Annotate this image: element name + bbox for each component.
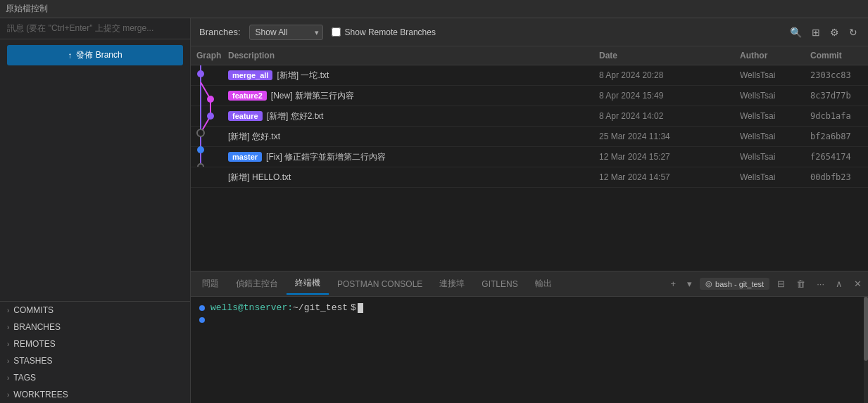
- terminal-tabs-list: 問題偵錯主控台終端機POSTMAN CONSOLE連接埠GITLENS輸出: [194, 273, 560, 295]
- commit-message-input[interactable]: 訊息 (要在 "Ctrl+Enter" 上提交 merge...: [0, 18, 190, 39]
- date-cell: 8 Apr 2024 20:28: [593, 69, 734, 82]
- terminal-dollar: $: [351, 302, 356, 313]
- sidebar-item-label: TAGS: [13, 373, 36, 383]
- tab-連接埠[interactable]: 連接埠: [431, 274, 473, 294]
- sidebar-item-label: STASHES: [13, 356, 52, 366]
- close-terminal-button[interactable]: ✕: [850, 276, 865, 291]
- publish-branch-button[interactable]: ↑ 發佈 Branch: [7, 45, 183, 65]
- sidebar-item-remotes[interactable]: ›REMOTES: [0, 335, 190, 352]
- table-row[interactable]: master[Fix] 修正錯字並新增第二行內容12 Mar 2024 15:2…: [191, 147, 868, 167]
- sidebar-item-tags[interactable]: ›TAGS: [0, 369, 190, 386]
- delete-terminal-button[interactable]: 🗑: [793, 276, 809, 291]
- sidebar-item-commits[interactable]: ›COMMITS: [0, 302, 190, 319]
- table-row[interactable]: [新增] 您好.txt25 Mar 2024 11:34WellsTsaibf2…: [191, 127, 868, 147]
- sidebar-item-label: WORKTREES: [13, 390, 68, 399]
- toolbar: Branches: Show All Local Only Remote Onl…: [191, 18, 868, 46]
- tab-終端機[interactable]: 終端機: [287, 273, 329, 295]
- sidebar-sections: ›COMMITS›BRANCHES›REMOTES›STASHES›TAGS›W…: [0, 301, 190, 403]
- sidebar-item-worktrees[interactable]: ›WORKTREES: [0, 386, 190, 403]
- commit-description: [新增] 一坨.txt: [277, 70, 329, 82]
- tab-輸出[interactable]: 輸出: [527, 274, 560, 294]
- table-row[interactable]: merge_all[新增] 一坨.txt8 Apr 2024 20:28Well…: [191, 65, 868, 86]
- description-cell: [新增] 您好.txt: [222, 129, 593, 144]
- sidebar-item-stashes[interactable]: ›STASHES: [0, 352, 190, 369]
- layout-icon[interactable]: ⊞: [810, 25, 822, 40]
- search-icon[interactable]: 🔍: [788, 25, 804, 40]
- refresh-icon[interactable]: ↻: [847, 25, 860, 40]
- terminal-body[interactable]: wells@tnserver:~/git_test$: [191, 297, 868, 403]
- chevron-icon: ›: [7, 374, 9, 382]
- commit-description: [新增] 您好2.txt: [267, 110, 324, 122]
- commit-hash-cell: bf2a6b87: [805, 130, 868, 143]
- branch-tag[interactable]: feature2: [228, 91, 267, 101]
- terminal-dot2: [199, 317, 205, 323]
- terminal-body-wrapper: wells@tnserver:~/git_test$: [191, 297, 868, 403]
- title-text: 原始檔控制: [6, 3, 48, 15]
- graph-col-header: Graph: [191, 49, 222, 62]
- terminal-next-line: [199, 317, 860, 323]
- show-remote-group: Show Remote Branches: [332, 27, 436, 37]
- sidebar-item-label: REMOTES: [13, 339, 55, 349]
- add-terminal-button[interactable]: +: [667, 276, 679, 291]
- graph-header: Graph Description Date Author Commit: [191, 46, 868, 65]
- split-terminal-button[interactable]: ⊟: [774, 276, 788, 291]
- commit-hash-cell: 00dbfb23: [805, 171, 868, 184]
- terminal-path: ~/git_test: [293, 302, 348, 313]
- author-cell: WellsTsai: [734, 89, 805, 102]
- commit-hash-cell: 9dcb1afa: [805, 110, 868, 122]
- collapse-terminal-button[interactable]: ∧: [832, 276, 846, 291]
- terminal-actions: + ▾ ◎ bash - git_test ⊟ 🗑 ··· ∧ ✕: [667, 276, 865, 291]
- terminal-prompt: wells@tnserver:~/git_test$: [199, 302, 860, 313]
- author-cell: WellsTsai: [734, 151, 805, 163]
- chevron-icon: ›: [7, 391, 9, 399]
- shell-icon: ◎: [705, 279, 712, 288]
- tab-偵錯主控台[interactable]: 偵錯主控台: [227, 274, 287, 294]
- terminal-dropdown-button[interactable]: ▾: [684, 276, 696, 291]
- publish-icon: ↑: [68, 51, 72, 60]
- chevron-icon: ›: [7, 340, 9, 348]
- terminal-user: wells@tnserver:: [210, 302, 293, 313]
- tab-postman-console[interactable]: POSTMAN CONSOLE: [329, 275, 431, 293]
- branch-tag[interactable]: feature: [228, 111, 263, 121]
- branch-select[interactable]: Show All Local Only Remote Only: [249, 25, 323, 40]
- terminal-section: 問題偵錯主控台終端機POSTMAN CONSOLE連接埠GITLENS輸出 + …: [191, 271, 868, 403]
- commit-hash-cell: 2303cc83: [805, 69, 868, 82]
- description-cell: feature[新增] 您好2.txt: [222, 109, 593, 124]
- chevron-icon: ›: [7, 357, 9, 365]
- chevron-icon: ›: [7, 324, 9, 331]
- shell-label: bash - git_test: [715, 280, 764, 288]
- date-cell: 25 Mar 2024 11:34: [593, 130, 734, 143]
- settings-icon[interactable]: ⚙: [828, 25, 841, 40]
- graph-area: merge_all[新增] 一坨.txt8 Apr 2024 20:28Well…: [191, 65, 868, 271]
- commit-description: [新增] 您好.txt: [228, 131, 280, 143]
- table-row[interactable]: [新增] HELLO.txt12 Mar 2024 14:57WellsTsai…: [191, 167, 868, 188]
- chevron-icon: ›: [7, 307, 9, 314]
- table-row[interactable]: feature2[New] 新增第三行內容8 Apr 2024 15:49Wel…: [191, 86, 868, 106]
- show-remote-checkbox[interactable]: [332, 27, 341, 37]
- table-row[interactable]: feature[新增] 您好2.txt8 Apr 2024 14:02Wells…: [191, 106, 868, 127]
- show-remote-label: Show Remote Branches: [345, 27, 436, 37]
- terminal-scrollbar-thumb: [864, 297, 868, 361]
- graph-cell: [191, 148, 222, 165]
- more-terminal-button[interactable]: ···: [813, 276, 828, 291]
- date-cell: 8 Apr 2024 14:02: [593, 110, 734, 122]
- commit-description: [Fix] 修正錯字並新增第二行內容: [266, 151, 386, 163]
- graph-cell: [191, 169, 222, 186]
- commits-list: merge_all[新增] 一坨.txt8 Apr 2024 20:28Well…: [191, 65, 868, 188]
- sidebar-item-branches[interactable]: ›BRANCHES: [0, 319, 190, 335]
- tab-gitlens[interactable]: GITLENS: [473, 275, 526, 293]
- shell-selector[interactable]: ◎ bash - git_test: [700, 278, 769, 290]
- branch-tag[interactable]: master: [228, 152, 262, 162]
- toolbar-icons: 🔍 ⊞ ⚙ ↻: [788, 25, 860, 40]
- commit-description: [新增] HELLO.txt: [228, 172, 291, 184]
- tab-問題[interactable]: 問題: [194, 274, 227, 294]
- description-cell: [新增] HELLO.txt: [222, 170, 593, 185]
- description-cell: merge_all[新增] 一坨.txt: [222, 68, 593, 83]
- date-cell: 8 Apr 2024 15:49: [593, 89, 734, 102]
- branch-select-wrapper: Show All Local Only Remote Only: [249, 25, 323, 40]
- branch-tag[interactable]: merge_all: [228, 70, 272, 80]
- terminal-scrollbar[interactable]: [864, 297, 868, 403]
- description-col-header: Description: [222, 49, 593, 62]
- commit-col-header: Commit: [805, 49, 868, 62]
- author-cell: WellsTsai: [734, 69, 805, 82]
